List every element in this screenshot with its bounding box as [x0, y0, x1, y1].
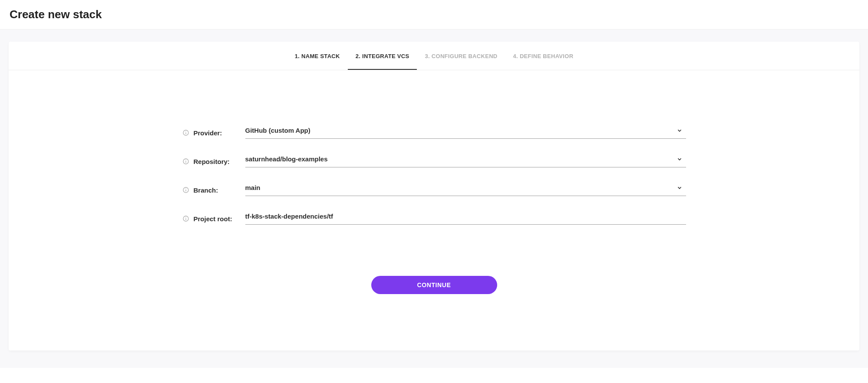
- label-block-repository: Repository:: [182, 158, 245, 165]
- tab-integrate-vcs[interactable]: 2. INTEGRATE VCS: [348, 42, 417, 70]
- value-repository: saturnhead/blog-examples: [245, 155, 328, 163]
- page-body: 1. NAME STACK 2. INTEGRATE VCS 3. CONFIG…: [0, 29, 868, 368]
- info-icon[interactable]: [182, 129, 189, 136]
- input-project-root-wrapper: [245, 213, 686, 225]
- button-row: CONTINUE: [9, 241, 859, 294]
- tab-configure-backend: 3. CONFIGURE BACKEND: [417, 42, 505, 70]
- value-provider: GitHub (custom App): [245, 127, 310, 134]
- page-title: Create new stack: [0, 0, 868, 29]
- chevron-down-icon: [676, 184, 683, 192]
- continue-button[interactable]: CONTINUE: [371, 276, 497, 294]
- info-icon[interactable]: [182, 215, 189, 222]
- wizard-card: 1. NAME STACK 2. INTEGRATE VCS 3. CONFIG…: [9, 42, 859, 350]
- svg-point-11: [185, 217, 186, 217]
- select-provider[interactable]: GitHub (custom App): [245, 127, 686, 139]
- label-block-project-root: Project root:: [182, 215, 245, 223]
- tab-define-behavior: 4. DEFINE BEHAVIOR: [505, 42, 581, 70]
- wizard-tabs: 1. NAME STACK 2. INTEGRATE VCS 3. CONFIG…: [9, 42, 859, 70]
- field-project-root: Project root:: [182, 213, 686, 225]
- form-area: Provider: GitHub (custom App) Repository…: [9, 70, 859, 350]
- chevron-down-icon: [676, 155, 683, 163]
- select-repository[interactable]: saturnhead/blog-examples: [245, 155, 686, 167]
- label-provider: Provider:: [194, 129, 222, 137]
- field-branch: Branch: main: [182, 184, 686, 196]
- svg-point-5: [185, 160, 186, 160]
- input-project-root[interactable]: [245, 213, 671, 220]
- label-block-branch: Branch:: [182, 187, 245, 194]
- label-block-provider: Provider:: [182, 129, 245, 137]
- info-icon[interactable]: [182, 158, 189, 165]
- label-project-root: Project root:: [194, 215, 232, 223]
- svg-point-8: [185, 188, 186, 189]
- label-repository: Repository:: [194, 158, 230, 165]
- chevron-down-icon: [676, 127, 683, 134]
- svg-point-2: [185, 131, 186, 131]
- select-branch[interactable]: main: [245, 184, 686, 196]
- field-repository: Repository: saturnhead/blog-examples: [182, 155, 686, 167]
- label-branch: Branch:: [194, 187, 218, 194]
- tab-name-stack[interactable]: 1. NAME STACK: [287, 42, 348, 70]
- info-icon[interactable]: [182, 187, 189, 193]
- field-provider: Provider: GitHub (custom App): [182, 127, 686, 139]
- value-branch: main: [245, 184, 261, 191]
